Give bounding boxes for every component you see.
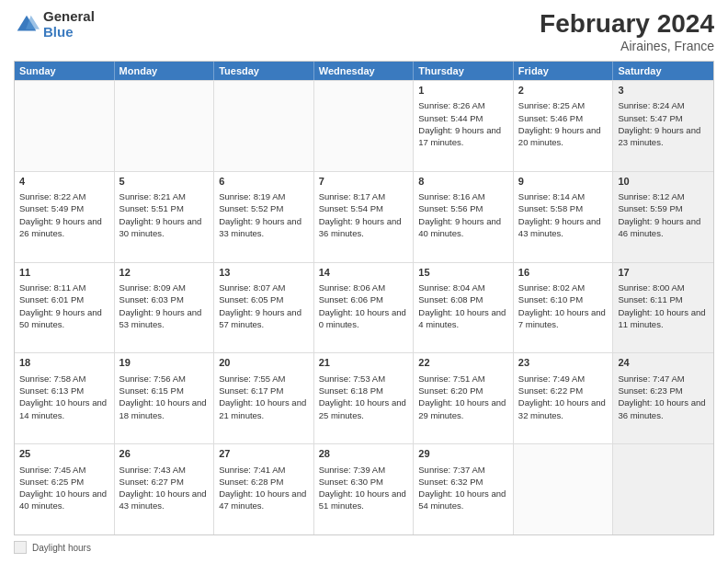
logo-blue-text: Blue: [43, 25, 95, 40]
header-sunday: Sunday: [15, 62, 115, 80]
cell-content-line: Sunset: 5:49 PM: [19, 202, 109, 214]
cal-cell-0-1: [115, 81, 215, 171]
cell-content-line: Sunset: 5:56 PM: [418, 202, 508, 214]
cell-content-line: Daylight: 10 hours and 47 minutes.: [219, 488, 309, 512]
header-tuesday: Tuesday: [214, 62, 314, 80]
cal-cell-2-2: 13Sunrise: 8:07 AMSunset: 6:05 PMDayligh…: [214, 263, 314, 353]
cal-cell-2-0: 11Sunrise: 8:11 AMSunset: 6:01 PMDayligh…: [15, 263, 115, 353]
cell-content-line: Sunset: 6:25 PM: [19, 476, 109, 488]
cal-row-3: 18Sunrise: 7:58 AMSunset: 6:13 PMDayligh…: [15, 352, 713, 443]
cell-content-line: Sunset: 6:28 PM: [219, 476, 309, 488]
cal-cell-2-1: 12Sunrise: 8:09 AMSunset: 6:03 PMDayligh…: [115, 263, 215, 353]
day-number: 27: [219, 447, 309, 461]
cal-cell-1-1: 5Sunrise: 8:21 AMSunset: 5:51 PMDaylight…: [115, 172, 215, 262]
cal-cell-1-6: 10Sunrise: 8:12 AMSunset: 5:59 PMDayligh…: [613, 172, 713, 262]
logo-text: General Blue: [43, 9, 95, 40]
cell-content-line: Sunrise: 7:55 AM: [219, 373, 309, 385]
cal-cell-0-5: 2Sunrise: 8:25 AMSunset: 5:46 PMDaylight…: [514, 81, 614, 171]
cell-content-line: Sunrise: 8:02 AM: [518, 282, 609, 293]
header: General Blue February 2024 Airaines, Fra…: [14, 9, 714, 53]
cell-content-line: Sunset: 6:05 PM: [219, 293, 309, 305]
cal-cell-2-4: 15Sunrise: 8:04 AMSunset: 6:08 PMDayligh…: [414, 263, 514, 353]
cell-content-line: Sunset: 6:23 PM: [618, 385, 709, 396]
cell-content-line: Sunrise: 8:04 AM: [418, 282, 508, 293]
cal-cell-4-0: 25Sunrise: 7:45 AMSunset: 6:25 PMDayligh…: [15, 444, 115, 534]
cell-content-line: Daylight: 9 hours and 50 minutes.: [19, 306, 109, 331]
cell-content-line: Sunrise: 8:24 AM: [618, 99, 709, 111]
day-number: 4: [19, 175, 109, 189]
cell-content-line: Sunset: 6:01 PM: [19, 293, 109, 305]
header-thursday: Thursday: [414, 62, 514, 80]
day-number: 18: [19, 356, 109, 370]
logo: General Blue: [14, 9, 95, 40]
cell-content-line: Daylight: 9 hours and 43 minutes.: [518, 215, 609, 240]
header-friday: Friday: [514, 62, 614, 80]
cell-content-line: Sunrise: 7:41 AM: [219, 464, 309, 476]
day-number: 8: [418, 175, 508, 189]
cell-content-line: Sunset: 6:13 PM: [19, 385, 109, 396]
cell-content-line: Sunset: 6:22 PM: [518, 385, 609, 396]
cal-cell-0-6: 3Sunrise: 8:24 AMSunset: 5:47 PMDaylight…: [613, 81, 713, 171]
legend-label: Daylight hours: [32, 543, 91, 553]
cell-content-line: Daylight: 9 hours and 30 minutes.: [119, 215, 210, 240]
cell-content-line: Sunrise: 8:25 AM: [518, 99, 609, 111]
cal-cell-3-5: 23Sunrise: 7:49 AMSunset: 6:22 PMDayligh…: [514, 353, 614, 443]
day-number: 11: [19, 266, 109, 280]
day-number: 9: [518, 175, 609, 189]
day-number: 24: [618, 356, 709, 370]
cal-cell-0-2: [214, 81, 314, 171]
cell-content-line: Daylight: 10 hours and 36 minutes.: [618, 396, 709, 421]
cell-content-line: Sunset: 6:27 PM: [119, 476, 210, 488]
cell-content-line: Daylight: 10 hours and 25 minutes.: [319, 396, 409, 421]
title-block: February 2024 Airaines, France: [540, 9, 714, 53]
cell-content-line: Daylight: 10 hours and 0 minutes.: [319, 306, 409, 331]
cell-content-line: Sunset: 6:18 PM: [319, 385, 409, 396]
header-wednesday: Wednesday: [314, 62, 415, 80]
legend-box: [14, 541, 27, 554]
cal-cell-3-1: 19Sunrise: 7:56 AMSunset: 6:15 PMDayligh…: [115, 353, 215, 443]
header-monday: Monday: [115, 62, 215, 80]
day-number: 7: [319, 175, 409, 189]
cell-content-line: Daylight: 10 hours and 11 minutes.: [618, 306, 709, 331]
cell-content-line: Sunrise: 8:11 AM: [19, 282, 109, 293]
cell-content-line: Daylight: 10 hours and 21 minutes.: [219, 396, 309, 421]
cell-content-line: Sunrise: 7:45 AM: [19, 464, 109, 476]
cal-cell-4-3: 28Sunrise: 7:39 AMSunset: 6:30 PMDayligh…: [314, 444, 415, 534]
cell-content-line: Daylight: 9 hours and 26 minutes.: [19, 215, 109, 240]
cell-content-line: Daylight: 9 hours and 40 minutes.: [418, 215, 508, 240]
cell-content-line: Sunset: 5:46 PM: [518, 112, 609, 124]
cell-content-line: Daylight: 10 hours and 51 minutes.: [319, 488, 409, 512]
cal-cell-1-4: 8Sunrise: 8:16 AMSunset: 5:56 PMDaylight…: [414, 172, 514, 262]
cal-cell-3-3: 21Sunrise: 7:53 AMSunset: 6:18 PMDayligh…: [314, 353, 415, 443]
cal-cell-3-0: 18Sunrise: 7:58 AMSunset: 6:13 PMDayligh…: [15, 353, 115, 443]
cell-content-line: Sunset: 5:47 PM: [618, 112, 709, 124]
cell-content-line: Sunrise: 7:58 AM: [19, 373, 109, 385]
header-saturday: Saturday: [613, 62, 713, 80]
cell-content-line: Sunrise: 8:14 AM: [518, 190, 609, 202]
cal-cell-4-4: 29Sunrise: 7:37 AMSunset: 6:32 PMDayligh…: [414, 444, 514, 534]
cell-content-line: Sunrise: 7:43 AM: [119, 464, 210, 476]
cal-cell-1-2: 6Sunrise: 8:19 AMSunset: 5:52 PMDaylight…: [214, 172, 314, 262]
cell-content-line: Sunrise: 8:26 AM: [418, 99, 508, 111]
day-number: 25: [19, 447, 109, 461]
calendar-body: 1Sunrise: 8:26 AMSunset: 5:44 PMDaylight…: [15, 80, 713, 534]
cal-cell-4-5: [514, 444, 614, 534]
cell-content-line: Daylight: 10 hours and 43 minutes.: [119, 488, 210, 512]
cell-content-line: Daylight: 9 hours and 20 minutes.: [518, 124, 609, 149]
cell-content-line: Daylight: 9 hours and 23 minutes.: [618, 124, 709, 149]
main-title: February 2024: [540, 9, 714, 39]
cell-content-line: Daylight: 10 hours and 4 minutes.: [418, 306, 508, 331]
cal-cell-2-5: 16Sunrise: 8:02 AMSunset: 6:10 PMDayligh…: [514, 263, 614, 353]
day-number: 14: [319, 266, 409, 280]
cal-cell-3-4: 22Sunrise: 7:51 AMSunset: 6:20 PMDayligh…: [414, 353, 514, 443]
page: General Blue February 2024 Airaines, Fra…: [0, 0, 728, 563]
day-number: 15: [418, 266, 508, 280]
cal-cell-2-3: 14Sunrise: 8:06 AMSunset: 6:06 PMDayligh…: [314, 263, 415, 353]
cell-content-line: Daylight: 9 hours and 17 minutes.: [418, 124, 508, 149]
cal-cell-4-6: [613, 444, 713, 534]
cal-cell-0-4: 1Sunrise: 8:26 AMSunset: 5:44 PMDaylight…: [414, 81, 514, 171]
cell-content-line: Sunset: 6:10 PM: [518, 293, 609, 305]
cell-content-line: Daylight: 9 hours and 33 minutes.: [219, 215, 309, 240]
cell-content-line: Sunset: 5:59 PM: [618, 202, 709, 214]
cell-content-line: Sunrise: 7:47 AM: [618, 373, 709, 385]
